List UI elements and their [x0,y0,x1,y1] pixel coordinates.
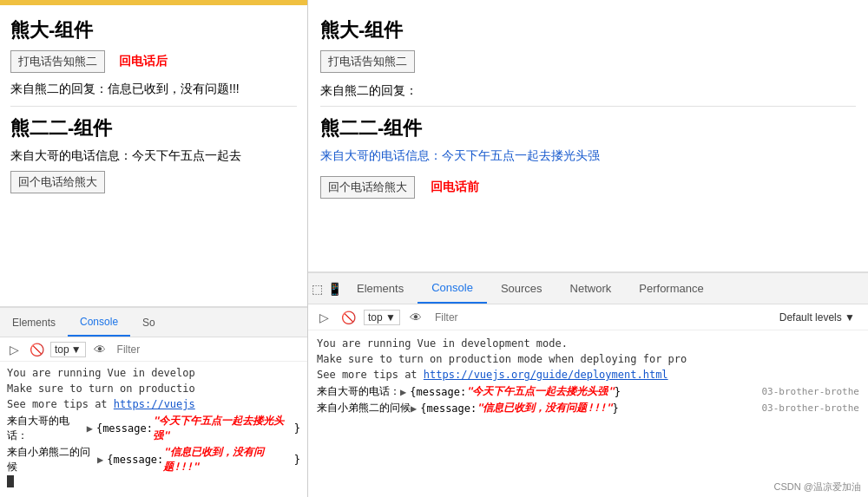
tab-sources-right[interactable]: Sources [487,273,556,304]
log2-obj-left: {message: [107,454,163,466]
devtools-left: Elements Console So ▷ 🚫 top ▼ 👁 You are … [0,306,307,497]
devtools-tabs-left: Elements Console So [0,308,307,337]
xiongda-reply-left: 来自熊二的回复：信息已收到，没有问题!!! [10,82,297,97]
log2-suffix-left: } [294,454,300,466]
tips-link-left[interactable]: https://vuejs [114,398,195,410]
right-panel: 熊大-组件 打电话告知熊二 来自熊二的回复： 熊二二-组件 来自大哥的电话信息：… [308,0,868,497]
log1-prefix-left: 来自大哥的电话： [7,414,87,443]
log1-red-right: "今天下午五点一起去搂光头强" [466,384,614,399]
devtools-toolbar-right: ▷ 🚫 top ▼ 👁 Default levels ▼ [308,304,868,330]
log1-source-right: 03-brother-brothe [761,386,859,397]
log1-obj-left: {message: [96,422,153,435]
callback-xiongda-btn-left[interactable]: 回个电话给熊大 [10,171,105,193]
log-line-1-left: 来自大哥的电话： ▶ {message: "今天下午五点一起去搂光头强" } [7,414,300,443]
arrow2-right: ▶ [411,402,417,415]
filter-input-right[interactable] [431,310,766,325]
arrow1-right: ▶ [400,386,406,398]
clear-icon-right[interactable]: 🚫 [339,309,357,326]
log1-red-left: "今天下午五点一起去搂光头强" [153,414,294,443]
top-bar-yellow [0,0,307,5]
run-icon-right[interactable]: ▷ [315,309,332,326]
clear-icon[interactable]: 🚫 [28,341,45,358]
callback-before-label: 回电话前 [431,180,479,193]
console-line-2-left: Make sure to turn on productio [7,381,300,396]
device-icon-right[interactable]: 📱 [326,280,343,298]
tab-console-right[interactable]: Console [418,273,487,304]
cursor-line-left [7,474,300,487]
xionger-phone-info-right: 来自大哥的电话信息：今天下午五点一起去搂光头强 [320,148,856,164]
xiongda-reply-label-right: 来自熊二的回复： [320,83,856,99]
log-line-2-right: 来自小弟熊二的问候 ▶ {message: "信息已收到，没有问题!!!" } … [317,401,859,415]
log2-obj-right: {message: [420,402,477,415]
top-selector-left[interactable]: top ▼ [50,342,86,357]
divider-right-1 [320,106,856,107]
eye-icon-left[interactable]: 👁 [91,341,108,358]
xiongda-component-right: 熊大-组件 打电话告知熊二 来自熊二的回复： [320,17,856,99]
call-xiongda-btn-left[interactable]: 打电话告知熊二 [10,50,105,73]
log1-suffix-right: } [615,386,621,398]
top-selector-right[interactable]: top ▼ [364,310,400,325]
left-panel: 熊大-组件 打电话告知熊二 回电话后 来自熊二的回复：信息已收到，没有问题!!!… [0,0,308,497]
select-icon-right[interactable]: ⬚ [308,280,326,298]
xionger-phone-info-left: 来自大哥的电话信息：今天下午五点一起去 [10,148,297,164]
xiongda-component-left: 熊大-组件 打电话告知熊二 回电话后 来自熊二的回复：信息已收到，没有问题!!! [10,17,297,97]
devtools-tabs-right: ⬚ 📱 Elements Console Sources Network Per… [308,273,868,304]
callback-after-label: 回电话后 [119,54,168,68]
console-line-3-left: See more tips at https://vuejs [7,396,300,412]
log2-suffix-right: } [612,402,618,415]
tab-performance-right[interactable]: Performance [625,273,717,304]
xionger-component-left: 熊二二-组件 来自大哥的电话信息：今天下午五点一起去 回个电话给熊大 [10,115,297,199]
log1-suffix-left: } [294,422,300,435]
xionger-component-right: 熊二二-组件 来自大哥的电话信息：今天下午五点一起去搂光头强 回个电话给熊大 回… [320,115,856,204]
log-line-2-left: 来自小弟熊二的问候 ▶ {message: "信息已收到，没有问题!!!" } [7,445,300,474]
arrow2-left: ▶ [97,454,103,466]
tab-console-left[interactable]: Console [68,308,130,337]
tab-elements-left[interactable]: Elements [0,308,68,337]
console-line-1-right: You are running Vue in development mode. [317,336,859,351]
log1-obj-right: {message: [410,386,466,398]
call-xiongda-btn-right[interactable]: 打电话告知熊二 [320,50,415,73]
log1-prefix-right: 来自大哥的电话： [317,384,400,399]
divider-left-1 [10,106,297,107]
console-line-2-right: Make sure to turn on production mode whe… [317,351,859,367]
console-line-1-left: You are running Vue in develop [7,365,300,381]
filter-input-left[interactable] [114,342,302,357]
log2-prefix-right: 来自小弟熊二的问候 [317,401,411,415]
console-content-left: You are running Vue in develop Make sure… [0,362,307,491]
arrow1-left: ▶ [87,422,93,435]
tab-elements-right[interactable]: Elements [343,273,418,304]
xionger-title-left: 熊二二-组件 [10,115,297,141]
top-arrow-left: ▼ [71,343,82,356]
devtools-toolbar-left: ▷ 🚫 top ▼ 👁 [0,337,307,362]
xiongda-title-right: 熊大-组件 [320,17,856,43]
log2-red-left: "信息已收到，没有问题!!!" [163,445,293,474]
tab-sources-left[interactable]: So [130,308,168,337]
default-levels-btn[interactable]: Default levels ▼ [773,309,861,326]
log2-prefix-left: 来自小弟熊二的问候 [7,445,97,474]
tab-network-right[interactable]: Network [556,273,626,304]
log-line-1-right: 来自大哥的电话： ▶ {message: "今天下午五点一起去搂光头强" } 0… [317,384,859,399]
callback-xiongda-btn-right[interactable]: 回个电话给熊大 [320,176,415,199]
console-content-right: You are running Vue in development mode.… [308,330,868,497]
right-top-content: 熊大-组件 打电话告知熊二 来自熊二的回复： 熊二二-组件 来自大哥的电话信息：… [308,0,868,271]
eye-icon-right[interactable]: 👁 [407,309,424,326]
devtools-right: ⬚ 📱 Elements Console Sources Network Per… [308,271,868,497]
console-line-3-right: See more tips at https://vuejs.org/guide… [317,367,859,383]
tips-link-right[interactable]: https://vuejs.org/guide/deployment.html [424,369,668,381]
xionger-title-right: 熊二二-组件 [320,115,856,141]
log2-red-right: "信息已收到，没有问题!!!" [477,401,612,415]
xiongda-title-left: 熊大-组件 [10,17,297,43]
watermark: CSDN @温凉爱加油 [774,481,861,494]
log2-source-right: 03-brother-brothe [761,402,859,414]
run-icon[interactable]: ▷ [5,341,23,358]
